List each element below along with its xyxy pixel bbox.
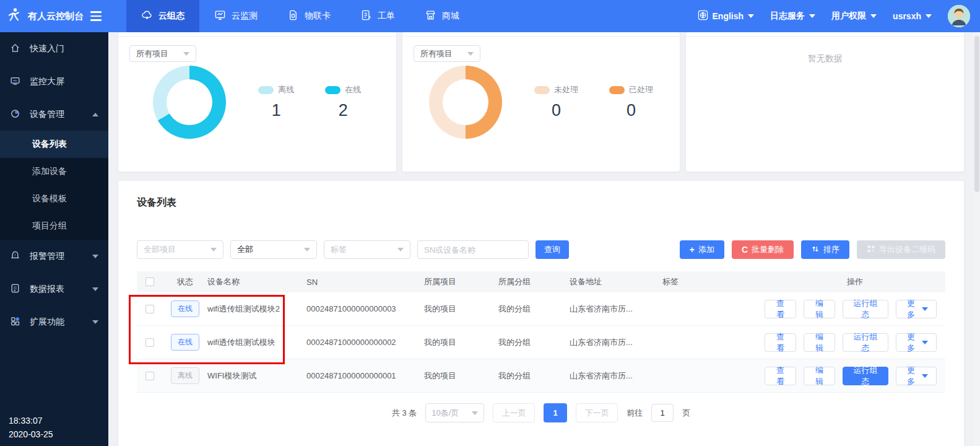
big-screen-icon (10, 76, 20, 88)
run-scada-button[interactable]: 运行组态 (843, 300, 888, 318)
page-size-select[interactable]: 10条/页 (425, 403, 484, 422)
sidebar-item-device-template[interactable]: 设备模板 (0, 185, 108, 212)
sidebar-item-add-device[interactable]: 添加设备 (0, 158, 108, 185)
sim-card-icon (287, 9, 299, 23)
brand: 有人云控制台 (0, 7, 110, 25)
chevron-down-icon (92, 255, 98, 258)
more-button[interactable]: 更多 (896, 333, 937, 352)
view-button[interactable]: 查看 (765, 333, 796, 352)
pagination: 共 3 条 10条/页 上一页 1 下一页 前往 页 (137, 403, 945, 422)
page-number-1[interactable]: 1 (544, 403, 567, 422)
device-sn: 00024871000000000001 (306, 371, 424, 380)
export-qr-button: 导出设备二维码 (857, 240, 945, 259)
legend-item-offline: 离线 1 (258, 84, 294, 120)
clock-date: 2020-03-25 (9, 427, 53, 441)
chevron-down-icon (472, 411, 478, 415)
username-menu[interactable]: usrsxh (893, 11, 932, 21)
more-button[interactable]: 更多 (896, 300, 937, 318)
more-button[interactable]: 更多 (896, 367, 937, 385)
table-row: 在线 wifi透传组测试模块2 00024871000000000003 我的项… (137, 292, 945, 326)
unhandled-swatch (534, 86, 550, 94)
chevron-down-icon (809, 14, 815, 18)
plus-icon: + (690, 245, 695, 254)
avatar[interactable] (948, 5, 970, 27)
bell-icon (10, 250, 20, 263)
prev-page-button[interactable]: 上一页 (493, 403, 535, 422)
pie-chart-icon (10, 108, 20, 121)
sidebar-item-quick-start[interactable]: 快速入门 (0, 32, 108, 65)
chevron-down-icon (304, 248, 310, 251)
device-name: WIFI模块测试 (207, 370, 306, 382)
qr-code-icon (867, 245, 875, 255)
sidebar-item-project-group[interactable]: 项目分组 (0, 212, 108, 240)
sidebar-item-alarm-management[interactable]: 报警管理 (0, 240, 108, 273)
home-icon (10, 43, 20, 55)
tab-cloud-monitor[interactable]: 云监测 (199, 0, 272, 32)
sidebar-item-extensions[interactable]: 扩展功能 (0, 305, 108, 338)
view-button[interactable]: 查看 (765, 367, 796, 385)
panel-title: 设备列表 (137, 196, 945, 209)
tag-filter-select[interactable]: 标签 (324, 240, 410, 259)
add-device-button[interactable]: + 添加 (680, 240, 724, 259)
row-checkbox[interactable] (145, 305, 154, 313)
monitor-chart-icon (214, 9, 226, 23)
row-checkbox[interactable] (145, 372, 154, 380)
log-service-menu[interactable]: 日志服务 (770, 11, 815, 22)
run-scada-button[interactable]: 运行组态 (843, 333, 888, 352)
batch-delete-button[interactable]: C 批量删除 (732, 240, 794, 259)
chevron-down-icon (92, 287, 98, 291)
scrollbar-thumb[interactable] (974, 36, 979, 192)
device-name: wifi透传组测试模块 (207, 337, 306, 348)
no-data-text: 暂无数据 (686, 53, 964, 64)
next-page-button[interactable]: 下一页 (576, 403, 618, 422)
chevron-down-icon (467, 52, 474, 56)
goto-page-input[interactable] (651, 404, 674, 422)
main-content: 所有项目 离线 1 在线 (108, 32, 980, 446)
alarm-status-card: 所有项目 未处理 0 已处理 (402, 32, 680, 172)
alarm-status-project-select[interactable]: 所有项目 (414, 45, 480, 62)
chevron-down-icon (922, 341, 928, 344)
sidebar-item-device-list[interactable]: 设备列表 (0, 131, 108, 158)
edit-button[interactable]: 编辑 (804, 367, 835, 385)
select-all-checkbox[interactable] (145, 278, 154, 286)
brand-title: 有人云控制台 (28, 11, 84, 22)
sidebar-item-monitor-screen[interactable]: 监控大屏 (0, 65, 108, 98)
project-filter-select[interactable]: 全部项目 (137, 240, 223, 259)
chevron-down-icon (397, 248, 404, 251)
run-scada-button[interactable]: 运行组态 (843, 367, 888, 385)
query-button[interactable]: 查询 (536, 240, 569, 259)
tab-work-order[interactable]: 工单 (345, 0, 410, 32)
view-button[interactable]: 查看 (765, 300, 796, 318)
menu-collapse-icon[interactable] (90, 11, 102, 21)
sidebar-item-data-report[interactable]: 数据报表 (0, 273, 108, 305)
edit-button[interactable]: 编辑 (804, 333, 835, 352)
handled-swatch (609, 86, 625, 94)
online-count: 2 (325, 101, 361, 120)
legend-item-online: 在线 2 (325, 84, 361, 120)
tab-mall[interactable]: 商城 (410, 0, 474, 32)
device-table: 状态 设备名称 SN 所属项目 所属分组 设备地址 标签 操作 在线 wifi透… (137, 271, 945, 393)
legend-item-handled: 已处理 0 (609, 84, 653, 120)
search-input[interactable] (417, 240, 529, 259)
sidebar-item-device-management[interactable]: 设备管理 (0, 98, 108, 131)
user-permission-menu[interactable]: 用户权限 (831, 11, 877, 22)
status-filter-select[interactable]: 全部 (230, 240, 317, 259)
card-divider (118, 36, 396, 37)
chevron-down-icon (922, 307, 928, 311)
scrollbar-track[interactable] (974, 32, 980, 446)
chevron-up-icon (92, 113, 98, 116)
tab-iot-sim[interactable]: 物联卡 (272, 0, 345, 32)
language-switcher[interactable]: English (698, 10, 755, 22)
work-order-icon (360, 9, 372, 23)
edit-button[interactable]: 编辑 (804, 300, 835, 318)
chevron-down-icon (183, 52, 189, 56)
device-list-panel: 设备列表 全部项目 全部 标签 查询 + 添加 (118, 181, 964, 446)
sort-button[interactable]: 排序 (801, 240, 849, 259)
device-status-project-select[interactable]: 所有项目 (129, 45, 196, 62)
row-checkbox[interactable] (145, 338, 154, 347)
handled-count: 0 (609, 101, 653, 120)
status-badge: 在线 (171, 334, 199, 351)
device-status-donut (153, 66, 226, 139)
tab-cloud-scada[interactable]: 云组态 (126, 0, 199, 32)
chevron-down-icon (92, 320, 98, 324)
